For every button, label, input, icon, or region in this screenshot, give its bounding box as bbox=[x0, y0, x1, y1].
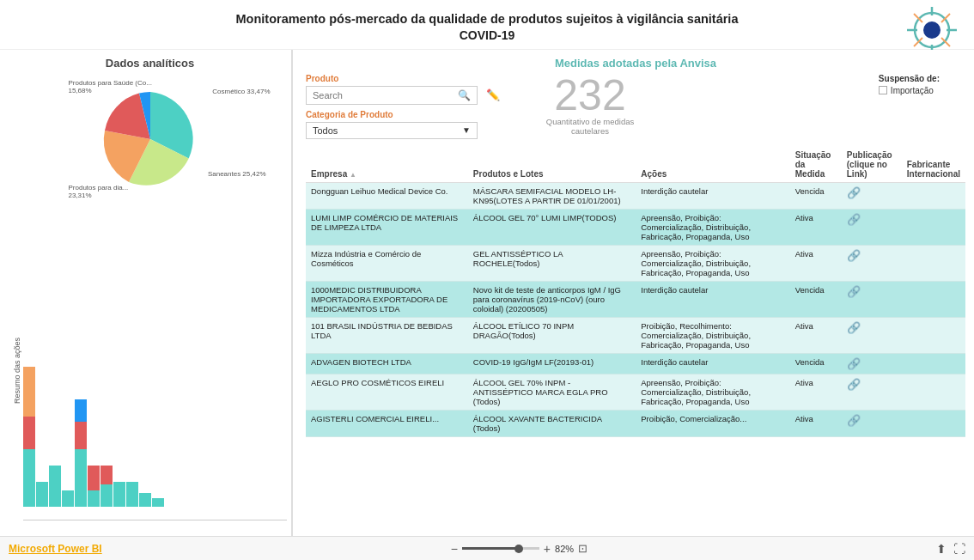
table-cell-empresa: 101 BRASIL INDÚSTRIA DE BEBIDAS LTDA bbox=[306, 317, 468, 353]
page-title-line1: Monitoramento pós-mercado da qualidade d… bbox=[9, 10, 965, 27]
table-row: AGISTERLI COMERCIAL EIRELI...ÁLCOOL XAVA… bbox=[306, 410, 965, 436]
zoom-in-button[interactable]: + bbox=[544, 542, 551, 556]
table-cell-pub[interactable]: 🔗 bbox=[842, 374, 902, 410]
fit-screen-icon[interactable]: ⊡ bbox=[578, 542, 587, 555]
bar-label: Suspensões, C... bbox=[170, 529, 184, 532]
bar-group bbox=[75, 438, 87, 507]
table-cell-pub[interactable]: 🔗 bbox=[842, 209, 902, 245]
table-cell-situacao: Vencida bbox=[790, 353, 842, 374]
table-cell-pub[interactable]: 🔗 bbox=[842, 245, 902, 281]
table-cell-situacao: Ativa bbox=[790, 317, 842, 353]
share-icon[interactable]: ⬆ bbox=[936, 542, 947, 556]
powerbi-link[interactable]: Microsoft Power BI bbox=[9, 543, 102, 555]
table-cell-situacao: Vencida bbox=[790, 182, 842, 209]
bar-group bbox=[62, 438, 74, 507]
col-empresa: Empresa ▲ bbox=[306, 147, 468, 183]
bar-label: Suspensão, R... bbox=[53, 529, 67, 532]
table-cell-pub[interactable]: 🔗 bbox=[842, 353, 902, 374]
table-cell-fab bbox=[902, 410, 965, 436]
svg-point-1 bbox=[923, 21, 941, 39]
bar-item bbox=[62, 490, 74, 507]
bar-item bbox=[100, 484, 113, 507]
table-cell-empresa: Dongguan Leihuo Medical Device Co. bbox=[306, 182, 468, 209]
produto-label: Produto bbox=[306, 74, 500, 83]
table-cell-produtos: GEL ANTISSÉPTICO LA ROCHELE(Todos) bbox=[468, 245, 636, 281]
pub-link-icon[interactable]: 🔗 bbox=[847, 378, 861, 391]
table-cell-fab bbox=[902, 374, 965, 410]
col-acoes: Ações bbox=[636, 147, 790, 183]
bar-item bbox=[36, 482, 48, 507]
bar-chart-section: Resumo das ações Interdição...Apreensão,… bbox=[9, 210, 291, 536]
bar-group bbox=[113, 438, 125, 507]
bar-label: Interdição... bbox=[24, 529, 38, 532]
table-cell-acoes: Apreensão, Proibição: Comercialização, D… bbox=[636, 374, 790, 410]
pub-link-icon[interactable]: 🔗 bbox=[847, 321, 861, 334]
suspension-title: Suspensão de: bbox=[879, 74, 940, 83]
importacao-checkbox[interactable] bbox=[879, 86, 887, 94]
bar-chart-inner bbox=[23, 409, 287, 520]
importacao-label: Importação bbox=[891, 86, 934, 95]
table-header-row: Empresa ▲ Produtos e Lotes Ações bbox=[306, 147, 965, 183]
col-publicacao: Publicação (clique no Link) bbox=[842, 147, 902, 183]
body-row: Dados analíticos bbox=[0, 50, 974, 536]
table-cell-empresa: ADVAGEN BIOTECH LTDA bbox=[306, 353, 468, 374]
col-fabricante: Fabricante Internacional bbox=[902, 147, 965, 183]
table-cell-fab bbox=[902, 353, 965, 374]
table-cell-empresa: LUMI LIMP COMÉRCIO DE MATERIAIS DE LIMPE… bbox=[306, 209, 468, 245]
pub-link-icon[interactable]: 🔗 bbox=[847, 249, 861, 262]
table-cell-acoes: Interdição cautelar bbox=[636, 281, 790, 317]
left-panel-title: Dados analíticos bbox=[9, 50, 291, 73]
table-cell-pub[interactable]: 🔗 bbox=[842, 410, 902, 436]
table-cell-fab bbox=[902, 209, 965, 245]
zoom-level: 82% bbox=[555, 544, 574, 554]
categoria-filter-group: Categoria de Produto Todos ▼ bbox=[306, 110, 500, 139]
bar-item bbox=[88, 466, 100, 490]
bottom-bar: Microsoft Power BI − + 82% ⊡ ⬆ ⛶ bbox=[0, 536, 974, 560]
bar-chart-area: Interdição...Apreensão, P...Suspensão, R… bbox=[23, 210, 287, 532]
bar-group bbox=[100, 438, 113, 507]
categoria-dropdown[interactable]: Todos ▼ bbox=[306, 122, 478, 139]
fullscreen-icon[interactable]: ⛶ bbox=[953, 542, 965, 556]
edit-icon[interactable]: ✏️ bbox=[486, 88, 500, 101]
bar-item bbox=[49, 466, 61, 507]
zoom-out-button[interactable]: − bbox=[451, 542, 458, 556]
search-input[interactable] bbox=[313, 90, 458, 100]
main-container: Monitoramento pós-mercado da qualidade d… bbox=[0, 0, 974, 560]
bar-label: Recolhimento... bbox=[141, 529, 155, 532]
suspension-option-row: Importação bbox=[879, 86, 934, 95]
bar-label: Proibição, R... bbox=[82, 529, 96, 532]
pub-link-icon[interactable]: 🔗 bbox=[847, 213, 861, 226]
table-cell-acoes: Interdição cautelar bbox=[636, 353, 790, 374]
table-cell-fab bbox=[902, 182, 965, 209]
bar-group bbox=[49, 438, 61, 507]
table-cell-situacao: Ativa bbox=[790, 209, 842, 245]
bar-group bbox=[152, 438, 164, 507]
metric-area: 232 Quantitativo de medidas cautelares bbox=[534, 74, 646, 136]
pie-label-produtos-dia: Produtos para dia...23,31% bbox=[69, 184, 129, 199]
bottom-right-icons: ⬆ ⛶ bbox=[936, 542, 965, 556]
table-cell-pub[interactable]: 🔗 bbox=[842, 281, 902, 317]
table-cell-acoes: Apreensão, Proibição: Comercialização, D… bbox=[636, 245, 790, 281]
search-box[interactable]: 🔍 bbox=[306, 86, 478, 105]
table-cell-produtos: ÁLCOOL GEL 70% INPM - ANTISSÉPTICO MARCA… bbox=[468, 374, 636, 410]
produto-filter-group: Produto 🔍 ✏️ bbox=[306, 74, 500, 105]
table-cell-situacao: Vencida bbox=[790, 281, 842, 317]
table-cell-pub[interactable]: 🔗 bbox=[842, 182, 902, 209]
bar-label: Apreensão,P... bbox=[126, 529, 140, 532]
pub-link-icon[interactable]: 🔗 bbox=[847, 357, 861, 370]
table-cell-situacao: Ativa bbox=[790, 374, 842, 410]
pub-link-icon[interactable]: 🔗 bbox=[847, 414, 861, 427]
pub-link-icon[interactable]: 🔗 bbox=[847, 186, 861, 199]
bar-label: Apreensão, P... bbox=[155, 529, 169, 532]
table-row: Dongguan Leihuo Medical Device Co.MÁSCAR… bbox=[306, 182, 965, 209]
col-situacao: Situação da Medida bbox=[790, 147, 842, 183]
col-produtos: Produtos e Lotes bbox=[468, 147, 636, 183]
table-cell-fab bbox=[902, 245, 965, 281]
bar-group bbox=[139, 438, 151, 507]
table-cell-fab bbox=[902, 281, 965, 317]
table-cell-pub[interactable]: 🔗 bbox=[842, 317, 902, 353]
bar-item bbox=[100, 466, 113, 484]
zoom-slider-track[interactable] bbox=[462, 547, 539, 550]
pub-link-icon[interactable]: 🔗 bbox=[847, 285, 861, 298]
table-cell-situacao: Ativa bbox=[790, 410, 842, 436]
